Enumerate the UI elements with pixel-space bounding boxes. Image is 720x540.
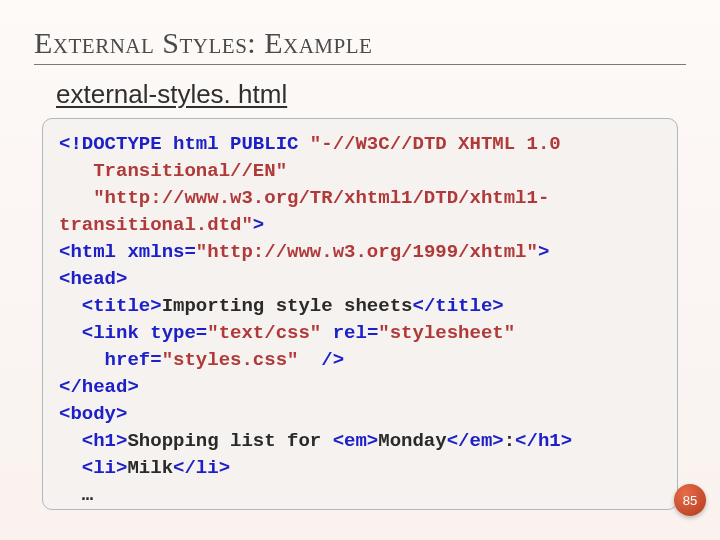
slide: External Styles: Example external-styles…: [0, 0, 720, 540]
slide-title: External Styles: Example: [34, 26, 686, 60]
page-number-badge: 85: [674, 484, 706, 516]
title-underline: [34, 64, 686, 65]
code-box: <!DOCTYPE html PUBLIC "-//W3C//DTD XHTML…: [42, 118, 678, 510]
page-number: 85: [683, 493, 697, 508]
slide-subtitle: external-styles. html: [56, 79, 686, 110]
code-content: <!DOCTYPE html PUBLIC "-//W3C//DTD XHTML…: [59, 131, 661, 509]
